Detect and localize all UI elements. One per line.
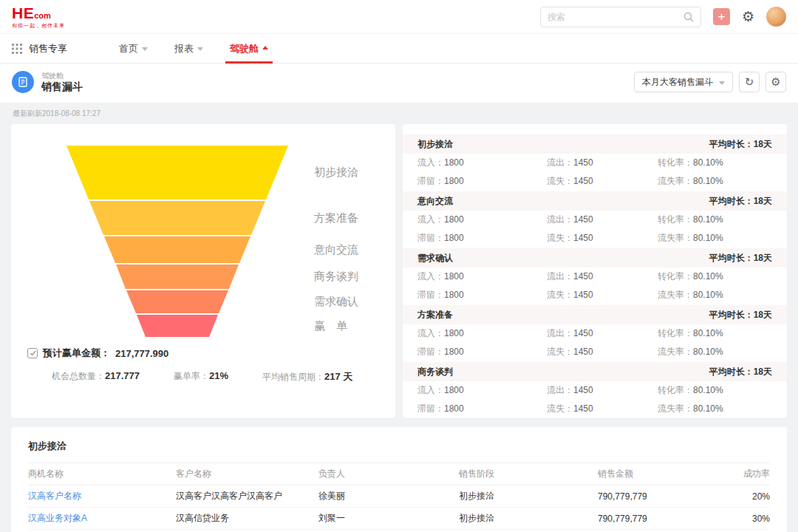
stat-value: 21%: [209, 370, 228, 381]
search-icon[interactable]: [683, 12, 694, 22]
stage-section-duration: 平均时长：18天: [709, 309, 772, 321]
dashboard-settings-button[interactable]: ⚙: [765, 72, 786, 92]
customer-name-cell: 汉高信贷业务: [176, 512, 318, 525]
checkbox-icon: [27, 348, 38, 358]
table-row: 汉高客户名称 汉高客户汉高客户汉高客户 徐美丽 初步接洽 790,779,779…: [28, 485, 770, 508]
stage-section-title: 意向交流: [417, 195, 453, 208]
metric-cell: 流失率：80.10%: [658, 346, 772, 358]
metric-cell: 流失：1450: [547, 346, 658, 358]
funnel-filter-select[interactable]: 本月大客销售漏斗: [634, 72, 733, 92]
metric-cell: 转化率：80.10%: [658, 384, 772, 397]
metric-cell: 流失率：80.10%: [658, 232, 772, 245]
metric-cell: 流失率：80.10%: [658, 289, 772, 301]
metric-cell: 滞留：1800: [417, 232, 547, 245]
nav-item-reports[interactable]: 报表: [161, 34, 216, 64]
metric-cell: 流失：1450: [547, 232, 658, 245]
owner-cell: 刘聚一: [318, 512, 459, 525]
metric-cell: 流出：1450: [547, 384, 658, 397]
logo: HE com 和你一起，相伴未来: [12, 5, 65, 28]
stat-value: 217.777: [105, 370, 140, 381]
stage-cell: 初步接洽: [459, 512, 598, 525]
success-rate-cell: 30%: [731, 514, 770, 524]
workspace-label: 销售专享: [29, 42, 67, 55]
stat-label: 赢单率：: [174, 371, 209, 381]
nav-item-cockpit-label: 驾驶舱: [230, 42, 259, 55]
funnel-segment[interactable]: [66, 265, 288, 289]
opportunity-link[interactable]: 汉高客户名称: [28, 490, 176, 502]
metric-cell: 流入：1800: [417, 270, 547, 283]
owner-cell: 徐美丽: [318, 490, 459, 502]
logo-tagline: 和你一起，相伴未来: [12, 23, 65, 28]
metric-cell: 滞留：1800: [417, 289, 547, 301]
stage-section-duration: 平均时长：18天: [709, 138, 772, 151]
settings-gear-icon[interactable]: ⚙: [742, 10, 754, 24]
funnel-stage-label: 初步接洽: [314, 166, 395, 180]
refresh-button[interactable]: ↻: [739, 72, 760, 92]
col-header: 销售阶段: [459, 468, 598, 480]
stat-label: 机会总数量：: [52, 371, 105, 381]
metric-cell: 流入：1800: [417, 327, 547, 340]
metric-cell: 流失率：80.10%: [658, 175, 772, 188]
metric-cell: 流失率：80.10%: [658, 403, 772, 415]
breadcrumb: 驾驶舱: [41, 72, 83, 81]
metric-cell: 流入：1800: [417, 157, 547, 169]
expected-amount-value: 217,777.990: [115, 348, 168, 359]
funnel-segment[interactable]: [66, 236, 288, 263]
funnel-segment[interactable]: [66, 315, 288, 337]
metric-cell: 流出：1450: [547, 270, 658, 283]
metric-cell: 流出：1450: [547, 157, 658, 169]
col-header: 客户名称: [176, 468, 318, 480]
nav-item-cockpit[interactable]: 驾驶舱: [216, 34, 282, 64]
amount-cell: 790,779,779: [598, 491, 731, 502]
funnel-stage-label: 需求确认: [314, 295, 395, 309]
metric-cell: 转化率：80.10%: [658, 327, 772, 340]
col-header: 负责人: [318, 468, 459, 480]
nav-item-home[interactable]: 首页: [106, 34, 161, 64]
stage-section-duration: 平均时长：18天: [709, 195, 772, 208]
sales-funnel-chart: 初步接洽 方案准备 意向交流 商务谈判 需求确认 赢 单: [66, 146, 288, 337]
table-title: 初步接洽: [28, 427, 770, 463]
add-button[interactable]: +: [713, 8, 730, 25]
stage-section-title: 商务谈判: [417, 366, 453, 378]
expected-amount: 预计赢单金额：217,777.990: [27, 347, 168, 360]
chevron-up-icon: [262, 46, 268, 50]
success-rate-cell: 20%: [731, 491, 770, 502]
stage-details-card: 初步接洽 平均时长：18天 流入：1800 流出：1450 转化率：80.10%…: [403, 124, 787, 418]
funnel-stage-label: 意向交流: [314, 243, 395, 257]
metric-cell: 滞留：1800: [417, 403, 547, 415]
metric-cell: 转化率：80.10%: [658, 157, 772, 169]
stage-section-title: 方案准备: [417, 309, 453, 321]
nav-bar: 销售专享 首页 报表 驾驶舱: [0, 34, 798, 64]
stage-section-duration: 平均时长：18天: [709, 252, 772, 265]
metric-cell: 滞留：1800: [417, 346, 547, 358]
last-refresh-note: 最新刷新2018-08-08 17:27: [11, 103, 787, 124]
search-box: [540, 7, 701, 27]
stage-section: 意向交流 平均时长：18天 流入：1800 流出：1450 转化率：80.10%…: [403, 191, 787, 248]
chevron-down-icon: [142, 47, 148, 51]
funnel-filter-value: 本月大客销售漏斗: [642, 76, 713, 89]
table-header-row: 商机名称 客户名称 负责人 销售阶段 销售金额 成功率: [28, 463, 770, 485]
table-row: 汉高业务对象A 汉高信贷业务 刘聚一 初步接洽 790,779,779 30%: [28, 508, 770, 530]
search-input[interactable]: [548, 12, 683, 22]
stage-section-title: 初步接洽: [417, 138, 453, 151]
funnel-segment[interactable]: [66, 290, 288, 313]
stat-avg-cycle: 平均销售周期：217 天: [262, 370, 352, 383]
amount-cell: 790,779,779: [598, 514, 731, 524]
opportunity-link[interactable]: 汉高业务对象A: [28, 512, 176, 525]
col-header: 商机名称: [28, 468, 176, 480]
main-content: 最新刷新2018-08-08 17:27 初步接洽 方案准备 意向交流 商务谈判…: [0, 103, 798, 532]
nav-item-home-label: 首页: [119, 42, 138, 55]
stage-section-title: 需求确认: [417, 252, 453, 265]
funnel-segment[interactable]: [66, 146, 288, 200]
col-header: 成功率: [731, 468, 770, 480]
metric-cell: 流入：1800: [417, 384, 547, 397]
logo-sub: com: [34, 12, 51, 20]
avatar[interactable]: [766, 7, 786, 27]
chevron-down-icon: [719, 81, 725, 85]
funnel-segment[interactable]: [66, 201, 288, 235]
funnel-stage-label: 赢 单: [314, 319, 395, 333]
metric-cell: 滞留：1800: [417, 175, 547, 188]
stage-section: 方案准备 平均时长：18天 流入：1800 流出：1450 转化率：80.10%…: [403, 305, 787, 361]
logo-main: HE: [12, 5, 34, 21]
apps-grid-icon[interactable]: [12, 44, 22, 54]
